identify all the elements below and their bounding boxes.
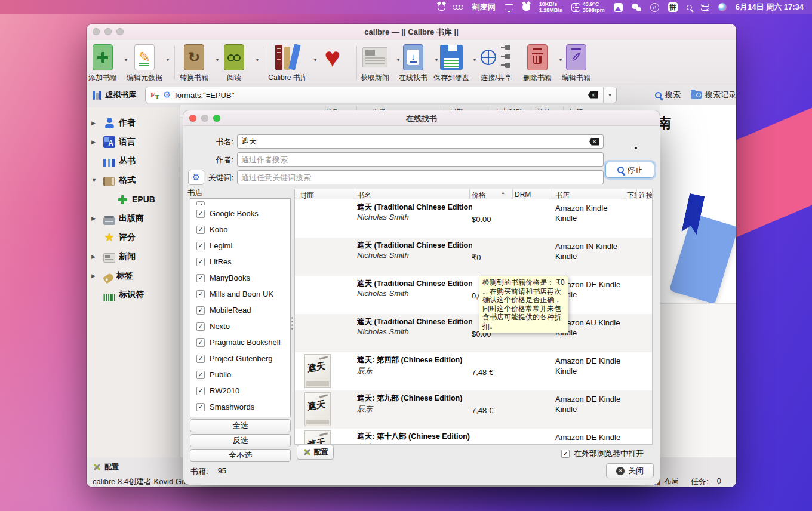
store-item[interactable]: RW2010 (190, 383, 290, 399)
open-external-checkbox[interactable]: 在外部浏览器中打开 (561, 448, 644, 459)
siri-icon[interactable] (718, 3, 727, 11)
checkbox-icon[interactable] (196, 258, 205, 266)
sidebar-item-series[interactable]: 丛书 (87, 152, 179, 171)
result-row[interactable]: 遮天 遮天: 第九部 (Chinese Edition) 辰东 7,48 € A… (295, 390, 652, 429)
result-row[interactable]: 遮天 (Traditional Chinese Edition Nicholas… (295, 276, 652, 314)
wechat-icon[interactable] (632, 4, 641, 11)
library-search-bar[interactable]: FT ⚙ (145, 87, 617, 103)
store-item[interactable]: Google Books (190, 205, 290, 221)
store-item[interactable]: Legimi (190, 238, 290, 254)
checkbox-icon[interactable] (196, 338, 205, 347)
convert-books-button[interactable]: ↻ 转换书籍 (174, 43, 214, 83)
clear-search-icon[interactable] (588, 91, 598, 99)
main-title-bar[interactable]: calibre — || Calibre 书库 || (87, 24, 736, 39)
search-icon[interactable] (687, 5, 692, 10)
checkbox-icon[interactable] (196, 387, 205, 395)
result-row[interactable]: 遮天 遮天: 第四部 (Chinese Edition) 辰东 7,48 € A… (295, 352, 652, 390)
store-item[interactable]: ManyBooks (190, 270, 290, 286)
read-button[interactable]: 阅读 (214, 43, 254, 83)
sidebar-item-rating[interactable]: ★评分 (87, 228, 179, 247)
keyword-input[interactable] (241, 173, 599, 182)
drm-column-header[interactable]: DRM (515, 190, 531, 199)
get-news-button[interactable]: 获取新闻 (355, 43, 395, 83)
store-item[interactable]: Pragmatic Bookshelf (190, 334, 290, 350)
keyword-field[interactable] (237, 170, 604, 184)
expand-arrow-icon[interactable] (91, 254, 96, 260)
photos-icon[interactable] (614, 3, 623, 12)
sidebar-item-formats[interactable]: 格式 (87, 171, 179, 190)
checkbox-icon[interactable] (196, 201, 205, 205)
checkbox-icon[interactable] (196, 403, 205, 411)
app-menu-text[interactable]: 割麦网 (472, 2, 496, 13)
cat-silhouette-icon[interactable] (522, 4, 530, 11)
expand-arrow-icon[interactable] (91, 139, 96, 145)
sidebar-item-tags[interactable]: 标签 (87, 266, 179, 285)
close-button[interactable]: 关闭 (606, 463, 654, 478)
store-item[interactable]: Smashwords (190, 399, 290, 415)
checkbox-icon[interactable] (196, 306, 205, 315)
switch-icon[interactable]: ⇄ (650, 3, 659, 12)
stop-button[interactable]: 停止 (605, 162, 654, 178)
invert-selection-button[interactable]: 反选 (190, 434, 291, 447)
title-input[interactable] (241, 137, 589, 146)
library-search-input[interactable] (175, 91, 588, 100)
checkbox-icon[interactable] (561, 450, 570, 458)
expand-arrow-icon[interactable] (91, 273, 96, 279)
sidebar-item-epub[interactable]: EPUB (87, 190, 179, 209)
control-center-icon[interactable] (701, 4, 709, 11)
delete-books-button[interactable]: 删除书籍 (518, 43, 557, 83)
result-row[interactable]: 遮天 (Traditional Chinese Edition Nicholas… (295, 314, 652, 352)
expand-arrow-icon[interactable] (91, 120, 96, 126)
display-icon[interactable] (505, 4, 513, 10)
store-item[interactable]: Nexto (190, 318, 290, 334)
splitter-handle[interactable] (291, 317, 293, 330)
library-button[interactable]: Calibre 书库 (264, 43, 312, 83)
sidebar-item-news[interactable]: 新闻 (87, 247, 179, 266)
sidebar-item-languages[interactable]: 语言 (87, 133, 179, 152)
checkbox-icon[interactable] (196, 371, 205, 379)
preferences-button[interactable]: 配置 (93, 462, 119, 472)
search-button[interactable]: 搜索 (655, 90, 681, 100)
result-row[interactable]: 遮天 (Traditional Chinese Edition Nicholas… (295, 238, 652, 276)
checkbox-icon[interactable] (196, 242, 205, 250)
full-text-search-icon[interactable]: FT (150, 90, 159, 100)
collapse-arrow-icon[interactable] (91, 177, 97, 183)
store-item[interactable]: LitRes (190, 254, 290, 270)
author-input[interactable] (241, 155, 599, 164)
chevron-down-icon[interactable] (167, 57, 169, 63)
dialog-title-bar[interactable]: 在线找书 (183, 110, 660, 126)
fan-status[interactable]: 43.9°C3598rpm (571, 1, 605, 13)
select-none-button[interactable]: 全不选 (190, 449, 291, 462)
search-history-button[interactable]: 搜索记录 (691, 90, 736, 100)
result-row[interactable]: 遮天 遮天: 第十八部 (Chinese Edition) 辰东 Amazon … (295, 429, 652, 445)
add-books-button[interactable]: 添加书籍 (87, 43, 122, 83)
sidebar-item-authors[interactable]: 作者 (87, 113, 179, 133)
store-item[interactable]: Project Gutenberg (190, 350, 290, 367)
store-item[interactable]: Publio (190, 367, 290, 383)
gear-icon[interactable]: ⚙ (163, 90, 171, 100)
menu-bar-clock[interactable]: 6月14日 周六 17:34 (736, 2, 804, 13)
color-lobes-icon[interactable] (454, 5, 463, 10)
donate-button[interactable]: ♥ (315, 43, 350, 72)
virtual-library-button[interactable]: 虚拟书库 (93, 90, 136, 100)
result-row[interactable]: 遮天 (Traditional Chinese Edition Nicholas… (295, 199, 652, 238)
title-field[interactable] (237, 134, 604, 149)
store-item[interactable]: MobileRead (190, 302, 290, 318)
checkbox-icon[interactable] (196, 322, 205, 331)
store-item[interactable]: Kobo (190, 221, 290, 238)
sidebar-item-identifiers[interactable]: 标识符 (87, 285, 179, 304)
connect-share-button[interactable]: 连接/共享 (475, 43, 518, 83)
store-item[interactable]: Mills and Boon UK (190, 286, 290, 302)
checkbox-icon[interactable] (196, 274, 205, 282)
edit-metadata-button[interactable]: ✎ 编辑元数据 (125, 43, 164, 83)
chevron-down-icon[interactable] (256, 57, 259, 63)
network-speed[interactable]: 10KB/s1.28MB/s (539, 1, 562, 13)
expand-arrow-icon[interactable] (91, 216, 96, 221)
jobs-status[interactable]: 任务: 0 (691, 476, 721, 487)
edit-book-button[interactable]: 编辑书籍 (556, 43, 596, 83)
get-books-button[interactable]: ↓ 在线找书 (393, 43, 433, 83)
checkbox-icon[interactable] (196, 226, 205, 234)
checkbox-icon[interactable] (196, 290, 205, 298)
checkbox-icon[interactable] (196, 210, 205, 218)
pinyin-input-icon[interactable]: 拼 (668, 2, 678, 12)
